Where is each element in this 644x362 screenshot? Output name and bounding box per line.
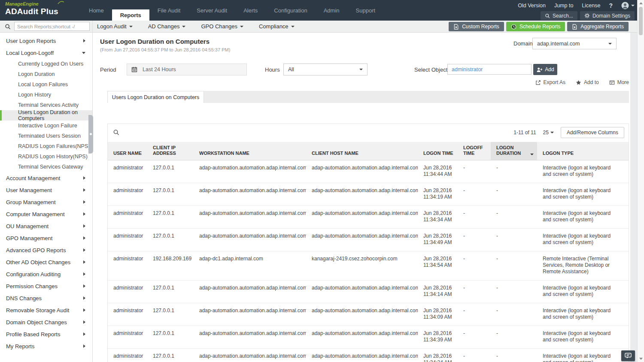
- nav-server-audit[interactable]: Server Audit: [188, 0, 235, 21]
- nav-alerts[interactable]: Alerts: [235, 0, 266, 21]
- aggregate-reports-button[interactable]: Aggregate Reports: [567, 22, 629, 31]
- sidebar-item-removable-storage-audit[interactable]: Removable Storage Audit: [0, 304, 92, 316]
- sidebar-subitem-terminated-users-session[interactable]: Terminated Users Session: [0, 131, 92, 141]
- report-search-input[interactable]: [14, 22, 90, 31]
- more-button[interactable]: More: [609, 79, 629, 85]
- domain-settings-button[interactable]: Domain Settings: [580, 11, 635, 20]
- sidebar-item-advanced-gpo-reports[interactable]: Advanced GPO Reports: [0, 244, 92, 256]
- column-header-logon-duration[interactable]: LOGON DURATION: [491, 142, 537, 160]
- tab-users-logon-duration-on-computers[interactable]: Users Logon Duration on Computers: [107, 91, 204, 103]
- scrollbar-handle[interactable]: [639, 7, 643, 35]
- menu-ad-changes[interactable]: AD Changes: [148, 23, 186, 30]
- column-header-workstation-name[interactable]: WORKSTATION NAME: [194, 142, 306, 160]
- nav-reports[interactable]: Reports: [112, 9, 149, 21]
- sidebar-item-label: Computer Management: [6, 211, 65, 217]
- help-button[interactable]: ?: [609, 2, 613, 9]
- page-size-select[interactable]: 25: [543, 130, 554, 136]
- sidebar-item-permission-changes[interactable]: Permission Changes: [0, 280, 92, 292]
- sidebar-subitem-logon-duration[interactable]: Logon Duration: [0, 69, 92, 79]
- cell-logon_type: Interactive (logon at keyboard and scree…: [537, 353, 629, 362]
- sidebar-item-domain-object-changes[interactable]: Domain Object Changes: [0, 316, 92, 328]
- sidebar-item-my-reports[interactable]: My Reports: [0, 340, 92, 352]
- toplink-license[interactable]: License: [582, 3, 600, 9]
- cell-client_ip: 127.0.0.1: [147, 285, 194, 298]
- sidebar-item-local-logon-logoff[interactable]: Local Logon-Logoff: [0, 47, 92, 59]
- add-to-button[interactable]: Add to: [576, 79, 599, 85]
- global-search-label: Search...: [553, 13, 573, 19]
- chevron-right-icon: [83, 200, 85, 204]
- star-icon: [576, 80, 581, 85]
- nav-file-audit[interactable]: File Audit: [149, 0, 188, 21]
- chevron-right-icon: [83, 39, 85, 42]
- sidebar-item-profile-based-reports[interactable]: Profile Based Reports: [0, 328, 92, 340]
- select-objects-input[interactable]: [447, 64, 532, 75]
- column-header-logon-time[interactable]: LOGON TIME: [418, 142, 458, 160]
- sidebar-item-gpo-management[interactable]: GPO Management: [0, 232, 92, 244]
- domain-select[interactable]: adap.internal.com: [532, 38, 617, 49]
- page-scrollbar[interactable]: [637, 0, 644, 362]
- sidebar-subitem-users-logon-duration-on-computers[interactable]: Users Logon Duration on Computers: [0, 110, 92, 121]
- column-header-logon-type[interactable]: LOGON TYPE: [537, 142, 629, 160]
- cell-client_host: adap-automation.automation.adap.internal…: [306, 233, 418, 246]
- pagination: 1-11 of 11 25 Add/Remove Columns: [513, 127, 624, 138]
- sidebar-item-group-management[interactable]: Group Management: [0, 196, 92, 208]
- sidebar-item-label: Domain Object Changes: [6, 319, 67, 326]
- add-remove-columns-button[interactable]: Add/Remove Columns: [561, 127, 624, 138]
- nav-home[interactable]: Home: [81, 0, 112, 21]
- nav-support[interactable]: Support: [348, 0, 384, 21]
- scrollbar-down-arrow[interactable]: [639, 358, 643, 360]
- period-picker[interactable]: Last 24 Hours: [127, 63, 247, 75]
- sidebar-subitem-terminal-services-activity[interactable]: Terminal Services Activity: [0, 100, 92, 110]
- chevron-right-icon: [83, 248, 85, 252]
- sidebar-subitem-terminal-services-gateway[interactable]: Terminal Services Gateway: [0, 162, 92, 172]
- sidebar-item-computer-management[interactable]: Computer Management: [0, 208, 92, 220]
- sidebar-subitem-interactive-logon-failure[interactable]: Interactive Logon Failure: [0, 121, 92, 131]
- tabstrip: Users Logon Duration on Computers: [107, 91, 629, 103]
- custom-reports-button[interactable]: Custom Reports: [449, 22, 504, 31]
- sidebar-item-ou-management[interactable]: OU Management: [0, 220, 92, 232]
- sidebar-subitem-radius-logon-history-nps[interactable]: RADIUS Logon History(NPS): [0, 151, 92, 162]
- table-body: administrator127.0.0.1adap-automation.au…: [108, 160, 629, 362]
- sidebar-item-user-management[interactable]: User Management: [0, 184, 92, 196]
- cell-workstation: adap-automation.automation.adap.internal…: [194, 330, 306, 343]
- person-plus-icon: [536, 67, 543, 72]
- add-button[interactable]: Add: [533, 64, 557, 75]
- schedule-reports-button[interactable]: Schedule Reports: [506, 22, 565, 31]
- sidebar-item-account-management[interactable]: Account Management: [0, 172, 92, 184]
- nav-configuration[interactable]: Configuration: [266, 0, 315, 21]
- export-as-button[interactable]: Export As: [535, 79, 565, 85]
- column-header-logoff-time[interactable]: LOGOFF TIME: [458, 142, 491, 160]
- table-search-button[interactable]: [113, 129, 119, 136]
- sidebar-subitem-local-logon-failures[interactable]: Local Logon Failures: [0, 79, 92, 90]
- chevron-right-icon: [83, 344, 85, 348]
- sidebar-subitem-radius-logon-failures-nps[interactable]: RADIUS Logon Failures(NPS): [0, 141, 92, 151]
- cell-logon_type: Interactive (logon at keyboard and scree…: [537, 165, 629, 178]
- toplink-old-version[interactable]: Old Version: [518, 3, 546, 9]
- sidebar-item-user-logon-reports[interactable]: User Logon Reports: [0, 35, 92, 47]
- sidebar-item-dns-changes[interactable]: DNS Changes: [0, 292, 92, 304]
- column-header-label: LOGON TIME: [423, 151, 453, 156]
- table-row: administrator192.168.209.169adap-dc1.ada…: [108, 251, 629, 281]
- sidebar-item-label: User Logon Reports: [6, 38, 56, 44]
- user-menu[interactable]: [621, 2, 635, 9]
- toplink-jump-to[interactable]: Jump to: [554, 3, 573, 9]
- column-header-user-name[interactable]: USER NAME: [108, 142, 147, 160]
- chat-icon: [625, 353, 632, 359]
- scrollbar-up-arrow[interactable]: [639, 2, 643, 4]
- hours-select[interactable]: All: [283, 63, 368, 75]
- sidebar-item-configuration-auditing[interactable]: Configuration Auditing: [0, 268, 92, 280]
- brand-logo[interactable]: ManageEngine ADAudit Plus: [5, 1, 58, 17]
- column-header-client-host-name[interactable]: CLIENT HOST NAME: [306, 142, 418, 160]
- sidebar-subitem-currently-logged-on-users[interactable]: Currently Logged On Users: [0, 59, 92, 69]
- menu-gpo-changes[interactable]: GPO Changes: [201, 23, 243, 30]
- sidebar-collapse-handle[interactable]: [88, 115, 93, 154]
- sidebar-subitem-logon-history[interactable]: Logon History: [0, 90, 92, 100]
- chat-button[interactable]: [621, 350, 635, 361]
- cell-logon_duration: -: [491, 330, 537, 343]
- sidebar-item-other-ad-object-changes[interactable]: Other AD Object Changes: [0, 256, 92, 268]
- menu-compliance[interactable]: Compliance: [259, 23, 295, 30]
- menu-logon-audit[interactable]: Logon Audit: [97, 23, 133, 30]
- nav-admin[interactable]: Admin: [316, 0, 348, 21]
- global-search-button[interactable]: Search...: [541, 11, 577, 20]
- column-header-client-ip-address[interactable]: CLIENT IP ADDRESS: [147, 142, 194, 160]
